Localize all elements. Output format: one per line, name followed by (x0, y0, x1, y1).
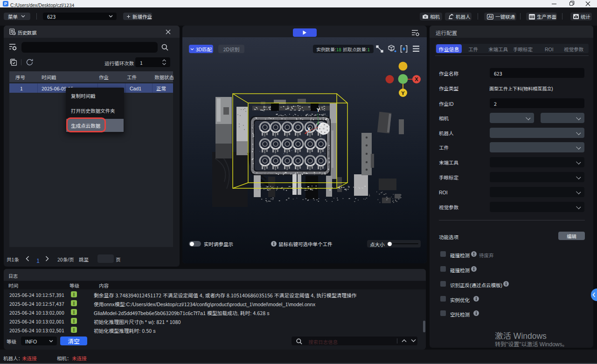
svg-text:Y: Y (317, 106, 320, 113)
svg-text:Z: Z (320, 121, 323, 127)
svg-text:X: X (415, 75, 418, 82)
svg-text:AI: AI (488, 14, 493, 19)
svg-text:P: P (4, 1, 7, 6)
svg-text:Y: Y (401, 89, 405, 96)
svg-text:X: X (307, 125, 311, 132)
